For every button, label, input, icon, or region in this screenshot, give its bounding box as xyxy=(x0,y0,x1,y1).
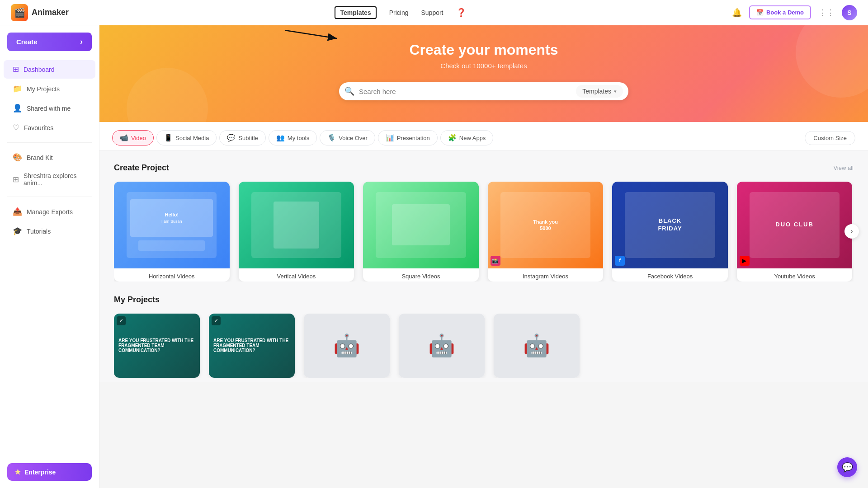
card-thumb-facebook: BLACKFRIDAY f xyxy=(612,182,728,268)
create-project-view-all[interactable]: View all xyxy=(833,164,854,171)
brand-kit-icon: 🎨 xyxy=(13,153,22,162)
grid-icon[interactable]: ⋮⋮ xyxy=(818,8,835,18)
proj-thumb-1: ✓ ARE YOU FRUSTRATED WITH THE FRAGMENTED… xyxy=(114,314,200,378)
create-project-title: Create Project xyxy=(114,163,169,173)
card-label-facebook: Facebook Videos xyxy=(612,268,728,282)
tab-social-media[interactable]: 📱 Social Media xyxy=(156,130,217,145)
carousel-next-button[interactable]: › xyxy=(844,224,859,239)
sidebar-item-tutorials[interactable]: 🎓 Tutorials xyxy=(4,222,95,240)
project-cards-container: Hello!I am Susan Horizontal Videos xyxy=(114,182,854,282)
card-label-square: Square Videos xyxy=(363,268,479,282)
card-thumb-vertical xyxy=(239,182,354,268)
sidebar-item-favourites[interactable]: ♡ Favourites xyxy=(4,118,95,137)
logo-text: Animaker xyxy=(32,8,69,17)
hero-title: Create your moments xyxy=(108,42,859,58)
nav-support[interactable]: Support xyxy=(421,9,443,16)
youtube-badge: ▶ xyxy=(740,256,750,266)
tab-presentation[interactable]: 📊 Presentation xyxy=(378,130,438,145)
sidebar-item-my-projects[interactable]: 📁 My Projects xyxy=(4,80,95,98)
projects-icon: 📁 xyxy=(13,84,22,94)
hero-banner: Create your moments Check out 10000+ tem… xyxy=(99,25,868,122)
calendar-icon: 📅 xyxy=(756,9,764,16)
search-bar: 🔍 Templates ▾ xyxy=(339,82,628,100)
facebook-badge: f xyxy=(615,256,625,266)
card-mock-youtube: DUO CLUB xyxy=(750,192,840,258)
video-tab-icon: 📹 xyxy=(120,134,128,142)
card-thumb-instagram: Thank you5000 📸 xyxy=(488,182,604,268)
tutorials-icon: 🎓 xyxy=(13,226,22,236)
sidebar-item-brand-kit[interactable]: 🎨 Brand Kit xyxy=(4,148,95,167)
help-icon[interactable]: ❓ xyxy=(456,8,466,18)
sidebar-item-dashboard[interactable]: ⊞ Dashboard xyxy=(4,60,95,79)
tabs-row: 📹 Video 📱 Social Media 💬 Subtitle 👥 My t… xyxy=(99,122,868,150)
card-square-videos[interactable]: Square Videos xyxy=(363,182,479,282)
my-projects-row: ✓ ARE YOU FRUSTRATED WITH THE FRAGMENTED… xyxy=(114,314,854,378)
social-media-tab-icon: 📱 xyxy=(164,134,173,142)
nav-pricing[interactable]: Pricing xyxy=(389,9,409,16)
card-label-youtube: Youtube Videos xyxy=(737,268,853,282)
sidebar: Create › ⊞ Dashboard 📁 My Projects 👤 Sha… xyxy=(0,25,99,382)
dashboard-icon: ⊞ xyxy=(13,65,19,74)
robot-figure-3: 🤖 xyxy=(523,333,550,358)
sidebar-item-manage-exports[interactable]: 📤 Manage Exports xyxy=(4,202,95,221)
card-label-instagram: Instagram Videos xyxy=(488,268,604,282)
app-body: Create › ⊞ Dashboard 📁 My Projects 👤 Sha… xyxy=(0,25,868,382)
custom-size-button[interactable]: Custom Size xyxy=(805,131,855,145)
tab-video[interactable]: 📹 Video xyxy=(112,130,154,145)
card-thumb-horizontal: Hello!I am Susan xyxy=(114,182,230,268)
proj-thumb-2: ✓ ARE YOU FRUSTRATED WITH THE FRAGMENTED… xyxy=(209,314,295,378)
my-project-card-5[interactable]: 🤖 xyxy=(494,314,580,378)
presentation-tab-icon: 📊 xyxy=(386,134,394,142)
logo-icon: 🎬 xyxy=(11,4,28,21)
my-project-card-4[interactable]: 🤖 xyxy=(399,314,485,378)
sidebar-divider-2 xyxy=(7,197,92,197)
create-button[interactable]: Create › xyxy=(7,33,92,51)
create-project-section: Create Project View all Hello!I am Susan xyxy=(99,150,868,286)
my-project-card-3[interactable]: 🤖 xyxy=(304,314,390,378)
logo-area: 🎬 Animaker xyxy=(11,4,69,21)
search-input[interactable] xyxy=(359,88,571,95)
sidebar-item-shreshtra[interactable]: ⊞ Shreshtra explores anim... xyxy=(4,168,95,191)
proj-thumb-3: 🤖 xyxy=(304,314,390,378)
card-vertical-videos[interactable]: Vertical Videos xyxy=(239,182,354,282)
shared-icon: 👤 xyxy=(13,103,22,113)
sidebar-item-shared-with-me[interactable]: 👤 Shared with me xyxy=(4,99,95,117)
chevron-down-icon: ▾ xyxy=(614,89,617,94)
card-label-horizontal: Horizontal Videos xyxy=(114,268,230,282)
card-youtube-videos[interactable]: DUO CLUB ▶ Youtube Videos xyxy=(737,182,853,282)
tab-new-apps[interactable]: 🧩 New Apps xyxy=(440,130,494,145)
tab-subtitle[interactable]: 💬 Subtitle xyxy=(219,130,265,145)
shreshtra-icon: ⊞ xyxy=(13,175,19,184)
project-cards-row: Hello!I am Susan Horizontal Videos xyxy=(114,182,854,282)
tab-voice-over[interactable]: 🎙️ Voice Over xyxy=(320,130,375,145)
avatar[interactable]: S xyxy=(842,5,857,20)
main-content: Create your moments Check out 10000+ tem… xyxy=(99,25,868,382)
card-mock-horizontal: Hello!I am Susan xyxy=(127,192,217,258)
nav-center: Templates Pricing Support ❓ xyxy=(335,8,466,18)
my-project-card-1[interactable]: ✓ ARE YOU FRUSTRATED WITH THE FRAGMENTED… xyxy=(114,314,200,378)
nav-templates[interactable]: Templates xyxy=(335,6,376,19)
tab-my-tools[interactable]: 👥 My tools xyxy=(269,130,317,145)
create-project-header: Create Project View all xyxy=(114,163,854,173)
bell-icon[interactable]: 🔔 xyxy=(732,8,742,18)
card-facebook-videos[interactable]: BLACKFRIDAY f Facebook Videos xyxy=(612,182,728,282)
heart-icon: ♡ xyxy=(13,123,19,132)
card-horizontal-videos[interactable]: Hello!I am Susan Horizontal Videos xyxy=(114,182,230,282)
card-mock-square xyxy=(376,192,466,258)
robot-figure-1: 🤖 xyxy=(333,333,360,358)
card-instagram-videos[interactable]: Thank you5000 📸 Instagram Videos xyxy=(488,182,604,282)
card-label-vertical: Vertical Videos xyxy=(239,268,354,282)
card-thumb-youtube: DUO CLUB ▶ xyxy=(737,182,853,268)
book-demo-button[interactable]: 📅 Book a Demo xyxy=(749,5,811,19)
hero-subtitle: Check out 10000+ templates xyxy=(108,62,859,70)
card-mock-facebook: BLACKFRIDAY xyxy=(625,192,715,258)
new-apps-tab-icon: 🧩 xyxy=(448,134,457,142)
templates-nav-area: Templates xyxy=(335,9,376,17)
exports-icon: 📤 xyxy=(13,207,22,216)
search-dropdown[interactable]: Templates ▾ xyxy=(576,85,623,98)
my-project-card-2[interactable]: ✓ ARE YOU FRUSTRATED WITH THE FRAGMENTED… xyxy=(209,314,295,378)
my-projects-section: My Projects ✓ ARE YOU FRUSTRATED WITH TH… xyxy=(99,286,868,383)
sidebar-divider-1 xyxy=(7,142,92,143)
instagram-badge: 📸 xyxy=(491,256,500,266)
robot-figure-2: 🤖 xyxy=(428,333,455,358)
